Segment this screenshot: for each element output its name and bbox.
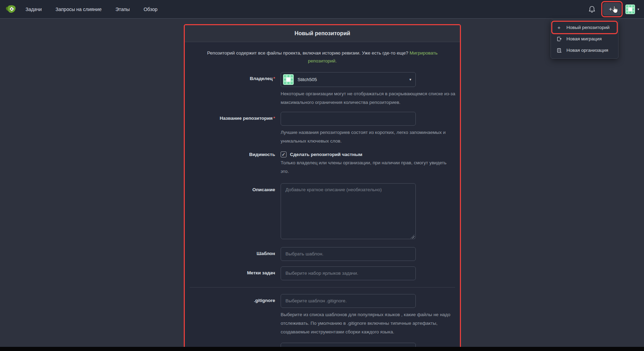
repo-name-help-text: Лучшие названия репозиториев состоят из …	[281, 128, 456, 146]
repo-name-input[interactable]	[281, 112, 416, 126]
gitignore-row: .gitignore Выберите из списка шаблонов д…	[189, 294, 456, 337]
gitignore-input[interactable]	[281, 294, 416, 308]
bottom-strip	[0, 347, 644, 351]
owner-avatar	[283, 74, 294, 85]
visibility-row: Видимость ✓ Сделать репозиторий частным …	[189, 150, 456, 176]
owner-help-text: Некоторые организации могут не отображат…	[281, 90, 456, 107]
bell-icon	[588, 5, 596, 13]
gitignore-help-text: Выберите из списка шаблонов для популярн…	[281, 311, 456, 337]
migrate-icon	[556, 36, 562, 42]
owner-label-text: Владелец	[250, 76, 273, 81]
menu-item-label: Новая организация	[566, 48, 608, 53]
notifications-button[interactable]	[588, 5, 596, 13]
owner-dropdown[interactable]: Stitch505 ▾	[281, 72, 416, 87]
gitignore-label: .gitignore	[189, 294, 281, 337]
create-new-button[interactable]: +▾	[603, 3, 621, 16]
plus-icon: +	[556, 25, 562, 30]
form-intro: Репозиторий содержит все файлы проекта, …	[207, 49, 438, 65]
required-asterisk: *	[273, 76, 275, 81]
menu-item-new-repository[interactable]: + Новый репозиторий	[551, 22, 618, 33]
form-body: Репозиторий содержит все файлы проекта, …	[185, 42, 460, 351]
nav-link-issues[interactable]: Задачи	[26, 7, 42, 12]
visibility-help-text: Только владелец или члены организации, п…	[281, 159, 456, 176]
chevron-down-icon: ▾	[409, 77, 411, 82]
chevron-down-icon: ▾	[613, 7, 615, 11]
owner-label: Владелец*	[189, 72, 281, 107]
visibility-label: Видимость	[189, 150, 281, 176]
repo-name-row: Название репозитория* Лучшие названия ре…	[189, 112, 456, 146]
section-divider	[190, 287, 455, 287]
user-menu-button[interactable]: ▾	[625, 4, 639, 14]
nav-link-explore[interactable]: Обзор	[143, 7, 157, 12]
intro-text: Репозиторий содержит все файлы проекта, …	[207, 50, 409, 56]
required-asterisk: *	[273, 116, 275, 121]
create-button-highlight: +▾	[601, 1, 623, 17]
check-icon: ✓	[282, 152, 285, 157]
menu-item-new-migration[interactable]: Новая миграция	[551, 33, 618, 45]
organization-icon	[556, 48, 562, 53]
chevron-down-icon: ▾	[637, 7, 639, 11]
menu-item-new-organization[interactable]: Новая организация	[551, 45, 618, 56]
create-menu: + Новый репозиторий Новая миграция Новая…	[551, 20, 618, 59]
owner-row: Владелец* Stitch505 ▾	[189, 72, 456, 107]
navbar-right: +▾ ▾	[588, 1, 644, 17]
form-header: Новый репозиторий	[185, 25, 460, 42]
navbar: b Задачи Запросы на слияние Этапы Обзор …	[0, 0, 644, 19]
gitea-logo[interactable]: b	[5, 3, 17, 15]
primary-nav: Задачи Запросы на слияние Этапы Обзор	[26, 7, 158, 12]
issue-labels-input[interactable]	[281, 266, 416, 280]
description-textarea[interactable]	[281, 183, 416, 239]
description-label: Описание	[189, 183, 281, 241]
template-row: Шаблон	[189, 247, 456, 261]
gitea-logo-icon: b	[5, 3, 17, 15]
description-row: Описание	[189, 183, 456, 241]
plus-icon: +	[609, 6, 612, 13]
menu-item-label: Новая миграция	[566, 36, 602, 41]
issue-labels-label: Метки задач	[189, 266, 281, 280]
user-avatar	[625, 4, 635, 14]
owner-value: Stitch505	[298, 77, 317, 82]
nav-link-pull-requests[interactable]: Запросы на слияние	[56, 7, 102, 12]
page-title: Новый репозиторий	[294, 30, 350, 37]
new-repository-form: Новый репозиторий Репозиторий содержит в…	[184, 24, 461, 351]
private-checkbox[interactable]: ✓	[281, 152, 286, 157]
repo-name-label-text: Название репозитория	[220, 116, 273, 121]
issue-labels-row: Метки задач	[189, 266, 456, 280]
private-checkbox-label[interactable]: Сделать репозиторий частным	[290, 152, 362, 157]
repo-name-label: Название репозитория*	[189, 112, 281, 146]
nav-link-milestones[interactable]: Этапы	[115, 7, 130, 12]
template-label: Шаблон	[189, 247, 281, 261]
template-input[interactable]	[281, 247, 416, 261]
menu-item-label: Новый репозиторий	[566, 25, 610, 30]
